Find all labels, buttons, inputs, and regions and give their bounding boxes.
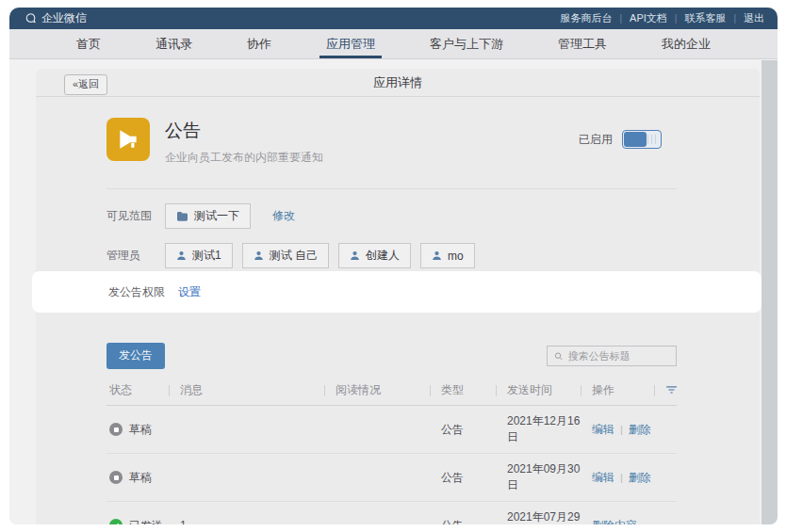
message-cell: 1 (177, 502, 333, 525)
nav-item-0[interactable]: 首页 (76, 29, 101, 58)
admin-tags: 测试1测试 自己创建人mo (165, 243, 484, 268)
action-link[interactable]: 删除 (629, 471, 651, 484)
permission-label: 发公告权限 (108, 284, 165, 300)
topbar-link-2[interactable]: 联系客服 (684, 11, 726, 25)
topbar-link-1[interactable]: API文档 (630, 11, 667, 25)
admin-tag-label: 创建人 (366, 248, 400, 264)
app-window: 企业微信 服务商后台|API文档|联系客服|退出 首页通讯录协作应用管理客户与上… (9, 8, 778, 524)
person-icon (176, 250, 187, 261)
card-body: 公告 企业向员工发布的内部重要通知 已启用 可见范围 测试一下 (36, 97, 760, 268)
visibility-tag-label: 测试一下 (194, 208, 239, 224)
brand-name: 企业微信 (41, 10, 87, 26)
col-read: 阅读情况 (333, 376, 438, 406)
visibility-label: 可见范围 (106, 208, 165, 224)
action-separator: | (620, 472, 623, 483)
search-input[interactable] (568, 350, 669, 362)
back-button[interactable]: «返回 (64, 74, 107, 95)
admin-tag-3: mo (420, 243, 475, 268)
action-link[interactable]: 编辑 (592, 471, 614, 484)
col-message: 消息 (177, 376, 333, 406)
announcement-section: 发公告 状态 消息 阅读情况 (106, 343, 677, 524)
action-link[interactable]: 删除内容 (592, 519, 637, 525)
action-link[interactable]: 编辑 (592, 423, 614, 436)
person-icon (432, 250, 442, 261)
app-name: 公告 (165, 119, 323, 143)
nav-item-2[interactable]: 协作 (247, 29, 271, 58)
admin-tag-label: mo (448, 250, 464, 263)
col-status: 状态 (106, 376, 177, 406)
admin-tag-label: 测试1 (192, 248, 221, 264)
status-text: 草稿 (129, 422, 152, 438)
announcement-toolbar: 发公告 (106, 343, 677, 369)
filter-col-cell (663, 454, 677, 502)
status-text: 已发送 (129, 518, 163, 525)
nav-item-4[interactable]: 客户与上下游 (430, 29, 503, 58)
announcement-table: 状态 消息 阅读情况 类型 发送时间 操作 草稿公告2021年12月16日编辑|… (106, 376, 677, 524)
table-row: 草稿公告2021年12月16日编辑|删除 (106, 406, 677, 454)
read-cell (333, 454, 438, 502)
type-cell: 公告 (438, 454, 504, 502)
app-status: 已启用 (579, 130, 662, 149)
date-cell: 2021年07月29日 (504, 502, 589, 525)
table-header-row: 状态 消息 阅读情况 类型 发送时间 操作 (106, 376, 677, 406)
topbar-separator: | (733, 13, 736, 24)
permission-settings-link[interactable]: 设置 (178, 284, 201, 300)
topbar-link-3[interactable]: 退出 (744, 11, 764, 25)
modify-visibility-link[interactable]: 修改 (272, 208, 295, 224)
visibility-row: 可见范围 测试一下 修改 (106, 203, 677, 229)
megaphone-icon (106, 118, 150, 161)
action-separator: | (620, 424, 623, 435)
draft-icon (109, 471, 123, 484)
app-header: 公告 企业向员工发布的内部重要通知 已启用 (106, 114, 677, 189)
new-announcement-button[interactable]: 发公告 (106, 343, 165, 369)
topbar-separator: | (675, 13, 678, 24)
topbar-link-0[interactable]: 服务商后台 (560, 11, 612, 25)
scrollbar[interactable] (761, 60, 778, 524)
card-header: «返回 应用详情 (36, 69, 760, 97)
filter-icon[interactable] (663, 376, 677, 406)
page-area: «返回 应用详情 公告 企业向员工发布的内部重要通知 已启用 (9, 60, 778, 524)
page-title: 应用详情 (373, 74, 422, 91)
status-label: 已启用 (579, 132, 613, 148)
chat-bubble-icon (25, 12, 37, 24)
nav-item-1[interactable]: 通讯录 (156, 29, 192, 58)
action-link[interactable]: 删除 (629, 423, 651, 436)
search-box (547, 346, 677, 366)
person-icon (350, 250, 360, 261)
type-cell: 公告 (438, 502, 504, 525)
topbar-links: 服务商后台|API文档|联系客服|退出 (560, 11, 764, 25)
nav-item-3[interactable]: 应用管理 (326, 29, 375, 58)
type-cell: 公告 (438, 406, 504, 454)
person-icon (254, 250, 264, 261)
message-cell (177, 406, 333, 454)
admin-tag-0: 测试1 (165, 243, 233, 268)
draft-icon (109, 423, 123, 436)
status-text: 草稿 (129, 470, 152, 486)
main-nav: 首页通讯录协作应用管理客户与上下游管理工具我的企业 (9, 29, 778, 59)
topbar: 企业微信 服务商后台|API文档|联系客服|退出 (9, 8, 778, 29)
visibility-tag: 测试一下 (165, 203, 251, 229)
brand-logo[interactable]: 企业微信 (25, 10, 87, 26)
col-actions: 操作 (589, 376, 663, 406)
filter-col-cell (663, 406, 677, 454)
message-cell (177, 454, 333, 502)
admins-label: 管理员 (106, 248, 165, 264)
app-meta: 公告 企业向员工发布的内部重要通知 (165, 118, 323, 166)
col-type: 类型 (438, 376, 504, 406)
read-cell (333, 406, 438, 454)
sent-icon (109, 519, 123, 524)
actions-cell: 删除内容 (589, 502, 663, 525)
search-icon (554, 351, 564, 362)
enabled-toggle[interactable] (622, 130, 662, 149)
table-body: 草稿公告2021年12月16日编辑|删除草稿公告2021年09月30日编辑|删除… (106, 406, 677, 525)
admin-tag-label: 测试 自己 (270, 248, 318, 264)
date-cell: 2021年09月30日 (504, 454, 589, 502)
nav-item-6[interactable]: 我的企业 (662, 29, 711, 58)
date-cell: 2021年12月16日 (504, 406, 589, 454)
permission-highlight-band: 发公告权限 设置 (32, 271, 761, 313)
nav-item-5[interactable]: 管理工具 (558, 29, 607, 58)
admins-row: 管理员 测试1测试 自己创建人mo (106, 243, 677, 268)
admin-tag-2: 创建人 (338, 243, 411, 268)
read-cell (333, 502, 438, 525)
col-date: 发送时间 (504, 376, 589, 406)
